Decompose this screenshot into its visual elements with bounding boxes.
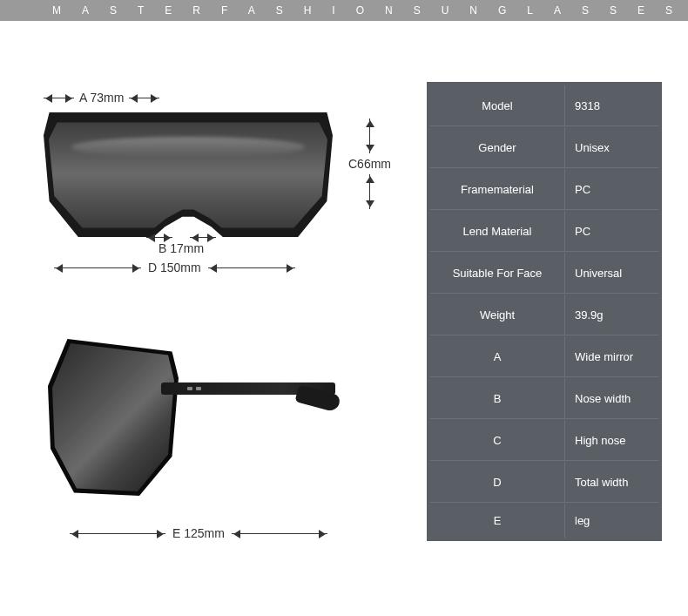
- temple-arm: [161, 382, 335, 426]
- spec-row: DTotal width: [430, 462, 658, 503]
- dim-b-label: B 17mm: [159, 241, 204, 255]
- sunglasses-side: [52, 343, 174, 491]
- spec-value: 39.9g: [566, 294, 658, 335]
- content: A 73mm C66mm: [0, 21, 688, 596]
- spec-row: AWide mirror: [430, 336, 658, 377]
- dim-a: A 73mm: [44, 91, 159, 105]
- spec-row: BNose width: [430, 378, 658, 419]
- dim-a-label: A 73mm: [79, 91, 124, 105]
- spec-value: Wide mirror: [566, 336, 658, 376]
- spec-label: Model: [430, 85, 565, 125]
- dim-c: C66mm: [348, 118, 391, 209]
- spec-row: Eleg: [430, 504, 658, 538]
- sunglasses-front: [49, 117, 327, 230]
- spec-label: E: [430, 504, 565, 538]
- spec-value: Total width: [566, 462, 658, 502]
- spec-row: CHigh nose: [430, 420, 658, 461]
- spec-value: PC: [566, 169, 658, 209]
- spec-label: Lend Material: [430, 211, 565, 251]
- spec-label: Weight: [430, 294, 565, 335]
- dim-b: B 17mm: [146, 237, 216, 255]
- spec-panel: Model9318 GenderUnisex FramematerialPC L…: [427, 82, 662, 596]
- spec-label: Framematerial: [430, 169, 565, 209]
- spec-label: Gender: [430, 127, 565, 167]
- spec-row: Lend MaterialPC: [430, 211, 658, 252]
- dim-d-label: D 150mm: [148, 261, 201, 274]
- spec-value: Universal: [566, 253, 658, 293]
- side-view: E 125mm: [35, 343, 401, 596]
- spec-row: FramematerialPC: [430, 169, 658, 210]
- spec-value: 9318: [566, 85, 658, 125]
- left-diagram: A 73mm C66mm: [35, 82, 401, 596]
- spec-label: B: [430, 378, 565, 418]
- spec-label: C: [430, 420, 565, 460]
- dim-d: D 150mm: [54, 261, 295, 274]
- spec-label: D: [430, 462, 565, 502]
- spec-row: Suitable For FaceUniversal: [430, 253, 658, 294]
- banner: MASTERFASHIONSUNGLASSES: [0, 0, 688, 21]
- spec-table: Model9318 GenderUnisex FramematerialPC L…: [427, 82, 662, 541]
- spec-row: Weight39.9g: [430, 294, 658, 335]
- dim-e: E 125mm: [70, 526, 327, 540]
- spec-row: GenderUnisex: [430, 127, 658, 168]
- spec-value: High nose: [566, 420, 658, 460]
- dim-c-label: C66mm: [348, 157, 391, 171]
- spec-value: Unisex: [566, 127, 658, 167]
- spec-value: PC: [566, 211, 658, 251]
- spec-value: leg: [566, 504, 658, 538]
- front-view: A 73mm C66mm: [35, 82, 401, 308]
- spec-row: Model9318: [430, 85, 658, 126]
- spec-value: Nose width: [566, 378, 658, 418]
- spec-label: A: [430, 336, 565, 376]
- banner-text: MASTERFASHIONSUNGLASSES: [52, 4, 688, 17]
- dim-e-label: E 125mm: [172, 526, 225, 540]
- spec-label: Suitable For Face: [430, 253, 565, 293]
